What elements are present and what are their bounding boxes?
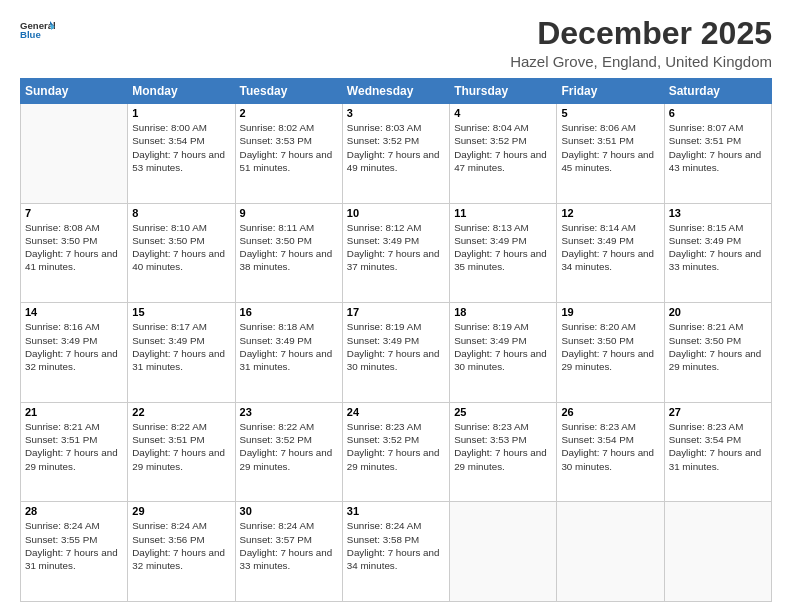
daylight-text: Daylight: 7 hours and 35 minutes. <box>454 248 547 272</box>
day-number: 13 <box>669 207 767 219</box>
col-monday: Monday <box>128 79 235 104</box>
day-info: Sunrise: 8:22 AM Sunset: 3:51 PM Dayligh… <box>132 420 230 473</box>
col-thursday: Thursday <box>450 79 557 104</box>
col-friday: Friday <box>557 79 664 104</box>
table-row: 4 Sunrise: 8:04 AM Sunset: 3:52 PM Dayli… <box>450 104 557 204</box>
sunrise-text: Sunrise: 8:21 AM <box>25 421 100 432</box>
table-row: 22 Sunrise: 8:22 AM Sunset: 3:51 PM Dayl… <box>128 402 235 502</box>
day-info: Sunrise: 8:07 AM Sunset: 3:51 PM Dayligh… <box>669 121 767 174</box>
daylight-text: Daylight: 7 hours and 29 minutes. <box>561 348 654 372</box>
sunrise-text: Sunrise: 8:00 AM <box>132 122 207 133</box>
day-info: Sunrise: 8:24 AM Sunset: 3:58 PM Dayligh… <box>347 519 445 572</box>
day-number: 17 <box>347 306 445 318</box>
day-info: Sunrise: 8:19 AM Sunset: 3:49 PM Dayligh… <box>454 320 552 373</box>
day-info: Sunrise: 8:18 AM Sunset: 3:49 PM Dayligh… <box>240 320 338 373</box>
sunrise-text: Sunrise: 8:23 AM <box>669 421 744 432</box>
daylight-text: Daylight: 7 hours and 29 minutes. <box>132 447 225 471</box>
day-info: Sunrise: 8:15 AM Sunset: 3:49 PM Dayligh… <box>669 221 767 274</box>
day-number: 8 <box>132 207 230 219</box>
calendar-week-row: 28 Sunrise: 8:24 AM Sunset: 3:55 PM Dayl… <box>21 502 772 602</box>
table-row: 28 Sunrise: 8:24 AM Sunset: 3:55 PM Dayl… <box>21 502 128 602</box>
sunrise-text: Sunrise: 8:19 AM <box>454 321 529 332</box>
day-info: Sunrise: 8:16 AM Sunset: 3:49 PM Dayligh… <box>25 320 123 373</box>
day-number: 9 <box>240 207 338 219</box>
day-number: 16 <box>240 306 338 318</box>
sunset-text: Sunset: 3:50 PM <box>132 235 204 246</box>
sunset-text: Sunset: 3:49 PM <box>25 335 97 346</box>
table-row: 1 Sunrise: 8:00 AM Sunset: 3:54 PM Dayli… <box>128 104 235 204</box>
daylight-text: Daylight: 7 hours and 29 minutes. <box>454 447 547 471</box>
calendar-header-row: Sunday Monday Tuesday Wednesday Thursday… <box>21 79 772 104</box>
day-number: 6 <box>669 107 767 119</box>
sunset-text: Sunset: 3:52 PM <box>347 434 419 445</box>
table-row: 7 Sunrise: 8:08 AM Sunset: 3:50 PM Dayli… <box>21 203 128 303</box>
day-number: 20 <box>669 306 767 318</box>
sunset-text: Sunset: 3:53 PM <box>454 434 526 445</box>
sunset-text: Sunset: 3:52 PM <box>454 135 526 146</box>
day-info: Sunrise: 8:24 AM Sunset: 3:57 PM Dayligh… <box>240 519 338 572</box>
sunrise-text: Sunrise: 8:16 AM <box>25 321 100 332</box>
day-info: Sunrise: 8:14 AM Sunset: 3:49 PM Dayligh… <box>561 221 659 274</box>
day-number: 28 <box>25 505 123 517</box>
day-info: Sunrise: 8:08 AM Sunset: 3:50 PM Dayligh… <box>25 221 123 274</box>
sunrise-text: Sunrise: 8:08 AM <box>25 222 100 233</box>
daylight-text: Daylight: 7 hours and 32 minutes. <box>25 348 118 372</box>
day-info: Sunrise: 8:04 AM Sunset: 3:52 PM Dayligh… <box>454 121 552 174</box>
daylight-text: Daylight: 7 hours and 53 minutes. <box>132 149 225 173</box>
day-number: 27 <box>669 406 767 418</box>
daylight-text: Daylight: 7 hours and 31 minutes. <box>240 348 333 372</box>
table-row: 18 Sunrise: 8:19 AM Sunset: 3:49 PM Dayl… <box>450 303 557 403</box>
day-info: Sunrise: 8:23 AM Sunset: 3:53 PM Dayligh… <box>454 420 552 473</box>
table-row <box>450 502 557 602</box>
day-number: 21 <box>25 406 123 418</box>
day-info: Sunrise: 8:22 AM Sunset: 3:52 PM Dayligh… <box>240 420 338 473</box>
sunrise-text: Sunrise: 8:07 AM <box>669 122 744 133</box>
table-row: 6 Sunrise: 8:07 AM Sunset: 3:51 PM Dayli… <box>664 104 771 204</box>
daylight-text: Daylight: 7 hours and 29 minutes. <box>25 447 118 471</box>
table-row: 31 Sunrise: 8:24 AM Sunset: 3:58 PM Dayl… <box>342 502 449 602</box>
day-number: 3 <box>347 107 445 119</box>
sunrise-text: Sunrise: 8:12 AM <box>347 222 422 233</box>
daylight-text: Daylight: 7 hours and 34 minutes. <box>347 547 440 571</box>
daylight-text: Daylight: 7 hours and 32 minutes. <box>132 547 225 571</box>
daylight-text: Daylight: 7 hours and 29 minutes. <box>240 447 333 471</box>
sunset-text: Sunset: 3:58 PM <box>347 534 419 545</box>
day-info: Sunrise: 8:03 AM Sunset: 3:52 PM Dayligh… <box>347 121 445 174</box>
day-number: 10 <box>347 207 445 219</box>
daylight-text: Daylight: 7 hours and 31 minutes. <box>669 447 762 471</box>
sunrise-text: Sunrise: 8:10 AM <box>132 222 207 233</box>
day-info: Sunrise: 8:21 AM Sunset: 3:50 PM Dayligh… <box>669 320 767 373</box>
sunset-text: Sunset: 3:51 PM <box>669 135 741 146</box>
day-number: 22 <box>132 406 230 418</box>
sunrise-text: Sunrise: 8:06 AM <box>561 122 636 133</box>
day-info: Sunrise: 8:23 AM Sunset: 3:52 PM Dayligh… <box>347 420 445 473</box>
sunset-text: Sunset: 3:55 PM <box>25 534 97 545</box>
daylight-text: Daylight: 7 hours and 43 minutes. <box>669 149 762 173</box>
table-row: 10 Sunrise: 8:12 AM Sunset: 3:49 PM Dayl… <box>342 203 449 303</box>
day-info: Sunrise: 8:12 AM Sunset: 3:49 PM Dayligh… <box>347 221 445 274</box>
table-row: 23 Sunrise: 8:22 AM Sunset: 3:52 PM Dayl… <box>235 402 342 502</box>
sunrise-text: Sunrise: 8:04 AM <box>454 122 529 133</box>
calendar-week-row: 1 Sunrise: 8:00 AM Sunset: 3:54 PM Dayli… <box>21 104 772 204</box>
logo: General Blue <box>20 16 56 44</box>
sunrise-text: Sunrise: 8:24 AM <box>25 520 100 531</box>
table-row: 24 Sunrise: 8:23 AM Sunset: 3:52 PM Dayl… <box>342 402 449 502</box>
sunrise-text: Sunrise: 8:11 AM <box>240 222 315 233</box>
day-info: Sunrise: 8:11 AM Sunset: 3:50 PM Dayligh… <box>240 221 338 274</box>
calendar-table: Sunday Monday Tuesday Wednesday Thursday… <box>20 78 772 602</box>
daylight-text: Daylight: 7 hours and 30 minutes. <box>454 348 547 372</box>
table-row: 17 Sunrise: 8:19 AM Sunset: 3:49 PM Dayl… <box>342 303 449 403</box>
sunset-text: Sunset: 3:57 PM <box>240 534 312 545</box>
sunset-text: Sunset: 3:51 PM <box>25 434 97 445</box>
col-tuesday: Tuesday <box>235 79 342 104</box>
sunset-text: Sunset: 3:50 PM <box>669 335 741 346</box>
table-row <box>664 502 771 602</box>
day-info: Sunrise: 8:20 AM Sunset: 3:50 PM Dayligh… <box>561 320 659 373</box>
table-row: 21 Sunrise: 8:21 AM Sunset: 3:51 PM Dayl… <box>21 402 128 502</box>
daylight-text: Daylight: 7 hours and 31 minutes. <box>132 348 225 372</box>
table-row: 11 Sunrise: 8:13 AM Sunset: 3:49 PM Dayl… <box>450 203 557 303</box>
sunset-text: Sunset: 3:52 PM <box>347 135 419 146</box>
sunset-text: Sunset: 3:51 PM <box>561 135 633 146</box>
table-row: 13 Sunrise: 8:15 AM Sunset: 3:49 PM Dayl… <box>664 203 771 303</box>
sunrise-text: Sunrise: 8:23 AM <box>561 421 636 432</box>
